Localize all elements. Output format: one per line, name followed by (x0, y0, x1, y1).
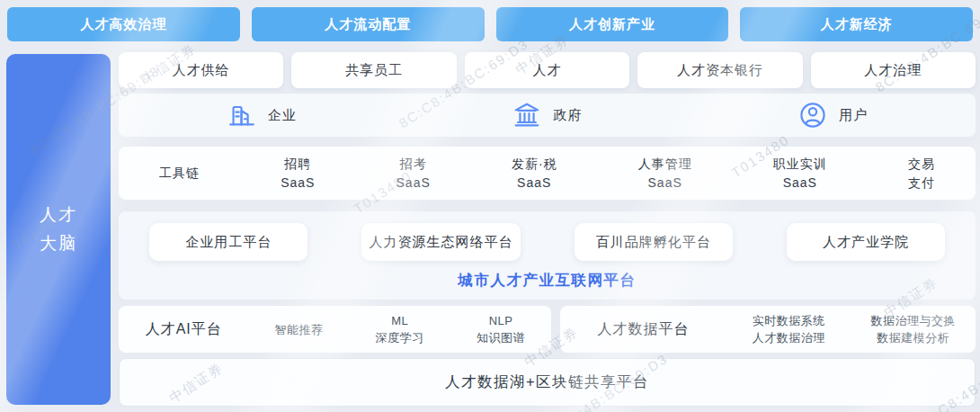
node-label: 人才供给 (173, 62, 230, 79)
saas-line: 招考 (396, 155, 431, 174)
platform-boxes: 企业用工平台 人力资源生态网络平台 百川品牌孵化平台 人才产业学院 (149, 223, 945, 261)
city-talent-internet-platform-caption: 城市人才产业互联网平台 (149, 271, 945, 291)
tab-talent-new-economy: 人才新经济 (740, 7, 973, 41)
saas-vocational-training: 职业实训 SaaS (773, 155, 827, 193)
tab-talent-innovation: 人才创新产业 (496, 7, 729, 41)
saas-trade-payment: 交易 支付 (908, 155, 935, 193)
saas-line: 发薪·税 (512, 155, 557, 174)
node-label: 人才产业学院 (823, 234, 909, 251)
saas-exam: 招考 SaaS (396, 155, 431, 193)
ai-item-smart-recommendation: 智能推荐 (248, 321, 349, 338)
main-content: 人才供给 共享员工 人才 人才资本银行 人才治理 企业 (119, 52, 976, 407)
saas-line: SaaS (512, 174, 557, 193)
node-baichuan-brand-incubation-platform: 百川品牌孵化平台 (575, 223, 733, 261)
data-item-line: 数据建模分析 (851, 329, 976, 346)
ai-item-line: NLP (450, 312, 551, 329)
actor-user: 用户 (797, 100, 868, 130)
ai-data-row: 人才AI平台 智能推荐 ML 深度学习 NLP 知识图谱 人才数据平台 实时数据… (119, 306, 976, 353)
data-item-exchange-modeling: 数据治理与交换 数据建模分析 (851, 312, 976, 346)
tab-label: 人才创新产业 (569, 16, 655, 33)
node-label: 百川品牌孵化平台 (596, 234, 711, 251)
ai-item-line: 知识图谱 (450, 329, 551, 346)
saas-hr-management: 人事管理 SaaS (638, 155, 692, 193)
actors-band: 企业 政府 (119, 94, 976, 137)
data-platform-title: 人才数据平台 (560, 320, 726, 339)
node-label: 人才治理 (864, 62, 922, 79)
tab-talent-governance: 人才高效治理 (7, 7, 240, 41)
top-tab-bar: 人才高效治理 人才流动配置 人才创新产业 人才新经济 (7, 7, 973, 41)
tab-label: 人才流动配置 (325, 16, 411, 33)
saas-recruiting: 招聘 SaaS (281, 155, 315, 193)
data-lake-label: 人才数据湖+区块链共享平台 (445, 372, 649, 392)
actor-label: 用户 (839, 107, 868, 124)
actor-enterprise: 企业 (227, 100, 297, 130)
node-shared-employees: 共享员工 (291, 52, 456, 88)
node-label: 人力资源生态网络平台 (369, 234, 512, 251)
data-item-line: 人才数据治理 (726, 329, 851, 346)
saas-line: SaaS (396, 174, 431, 193)
data-item-realtime-governance: 实时数据系统 人才数据治理 (726, 312, 851, 346)
node-label: 企业用工平台 (185, 234, 272, 251)
ai-item-line: 深度学习 (350, 329, 450, 346)
node-talent-supply: 人才供给 (119, 52, 283, 88)
talent-brain-panel: 人才 大脑 (6, 54, 111, 405)
tab-label: 人才高效治理 (80, 16, 166, 33)
talent-platform-diagram: 中信证券 中信证券 中信证券 中信证券 中信证券 T013480 T013480… (0, 0, 980, 412)
ai-item-nlp-knowledge-graph: NLP 知识图谱 (450, 312, 551, 346)
node-talent-governance: 人才治理 (811, 52, 976, 88)
node-label: 人才 (533, 62, 562, 79)
building-icon (227, 100, 257, 130)
saas-payroll-tax: 发薪·税 SaaS (512, 155, 557, 193)
saas-line: 职业实训 (773, 155, 827, 174)
saas-band: 工具链 招聘 SaaS 招考 SaaS 发薪·税 SaaS 人事管理 SaaS … (119, 147, 976, 200)
saas-line: 工具链 (159, 164, 200, 183)
node-label: 人才资本银行 (677, 62, 763, 79)
saas-line: SaaS (773, 174, 827, 193)
saas-line: 交易 (908, 155, 935, 174)
saas-toolchain: 工具链 (159, 164, 200, 183)
talent-brain-line2: 大脑 (40, 229, 77, 258)
actor-label: 企业 (268, 107, 297, 124)
node-hr-ecosystem-network-platform: 人力资源生态网络平台 (361, 223, 520, 261)
tab-label: 人才新经济 (821, 16, 893, 33)
saas-line: 招聘 (281, 155, 315, 174)
user-icon (797, 100, 828, 130)
tab-talent-flow: 人才流动配置 (252, 7, 485, 41)
node-talent-industry-academy: 人才产业学院 (787, 223, 945, 261)
ai-item-ml-deep-learning: ML 深度学习 (350, 312, 450, 346)
ai-item-line: 智能推荐 (248, 321, 349, 338)
node-talent: 人才 (465, 52, 629, 88)
node-talent-capital-bank: 人才资本银行 (637, 52, 802, 88)
talent-ai-platform-band: 人才AI平台 智能推荐 ML 深度学习 NLP 知识图谱 (119, 306, 551, 353)
saas-line: SaaS (638, 174, 692, 193)
actor-government: 政府 (512, 100, 582, 130)
node-enterprise-employment-platform: 企业用工平台 (149, 223, 307, 261)
talent-brain-line1: 人才 (40, 201, 77, 229)
supply-row: 人才供给 共享员工 人才 人才资本银行 人才治理 (119, 52, 976, 88)
saas-line: 支付 (908, 174, 935, 193)
talent-data-platform-band: 人才数据平台 实时数据系统 人才数据治理 数据治理与交换 数据建模分析 (560, 306, 976, 353)
government-icon (512, 100, 542, 130)
actor-label: 政府 (553, 107, 582, 124)
ai-item-line: ML (350, 312, 450, 329)
node-label: 共享员工 (345, 62, 403, 79)
data-lake-blockchain-bar: 人才数据湖+区块链共享平台 (119, 358, 976, 407)
platforms-band: 企业用工平台 人力资源生态网络平台 百川品牌孵化平台 人才产业学院 城市人才产业… (119, 211, 976, 300)
data-item-line: 实时数据系统 (726, 312, 851, 329)
saas-line: SaaS (281, 174, 315, 193)
ai-platform-title: 人才AI平台 (119, 320, 248, 339)
data-item-line: 数据治理与交换 (851, 312, 976, 329)
saas-line: 人事管理 (638, 155, 692, 174)
